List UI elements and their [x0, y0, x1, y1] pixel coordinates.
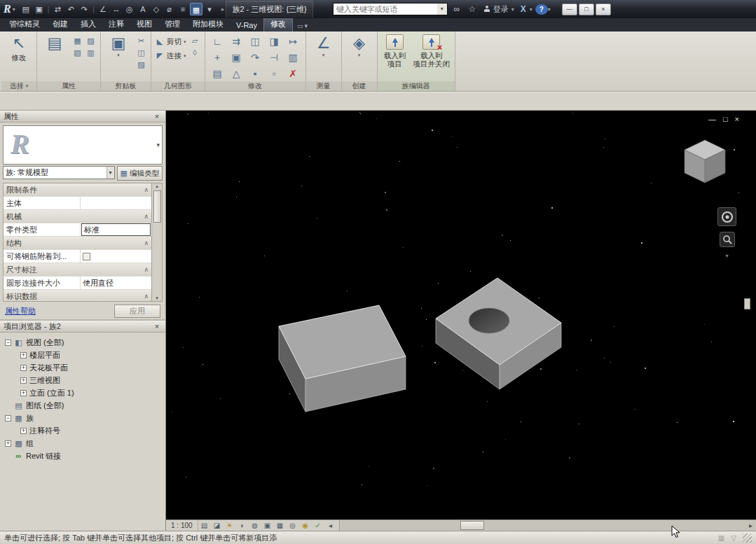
- 3d-scene[interactable]: [166, 111, 756, 519]
- minimize-button[interactable]: —: [562, 4, 577, 15]
- text-icon[interactable]: A: [137, 3, 149, 15]
- tab-vray[interactable]: V-Ray: [230, 20, 263, 32]
- expand-expander-icon[interactable]: +: [20, 428, 27, 434]
- view-restore-button[interactable]: □: [723, 115, 728, 123]
- collapse-icon[interactable]: ∧: [144, 293, 149, 300]
- render-dialog-icon[interactable]: ◍: [249, 520, 261, 531]
- cut-icon[interactable]: ✂: [135, 36, 147, 46]
- join-geometry-button[interactable]: ◤ 连接 ▾: [155, 50, 186, 62]
- aligned-dimension-icon[interactable]: ↔: [110, 3, 123, 15]
- panel-label-properties[interactable]: 属性: [37, 81, 100, 91]
- switch-windows-icon[interactable]: ▦: [190, 3, 202, 15]
- tree-item-groups[interactable]: + ▩ 组: [1, 437, 164, 449]
- type-preview[interactable]: R ▾: [3, 125, 163, 165]
- panel-label-clipboard[interactable]: 剪贴板: [101, 81, 151, 91]
- panel-label-geometry[interactable]: 几何图形: [151, 81, 205, 91]
- mirror-pick-axis-icon[interactable]: ◫: [247, 34, 264, 48]
- detail-level-icon[interactable]: ▤: [198, 520, 211, 531]
- worksets-icon[interactable]: ▥: [718, 534, 724, 542]
- document-tab-scroll-icon[interactable]: ▸: [221, 6, 225, 13]
- create-button[interactable]: ◈ ▾: [345, 34, 373, 59]
- help-icon[interactable]: ?: [535, 4, 548, 15]
- tree-item-annotation-symbols[interactable]: + 注释符号: [1, 424, 164, 437]
- undo-icon[interactable]: ↶: [64, 3, 77, 15]
- property-group-constraints[interactable]: 限制条件∧: [4, 183, 151, 197]
- type-selector-caret-icon[interactable]: ▾: [156, 141, 160, 148]
- panel-label-create[interactable]: 创建: [342, 81, 377, 91]
- tab-addins[interactable]: 附加模块: [186, 18, 230, 32]
- thin-lines-icon[interactable]: ≡: [177, 3, 189, 15]
- scroll-right-icon[interactable]: ▸: [745, 520, 756, 531]
- offset-icon[interactable]: ⇉: [228, 34, 245, 48]
- expand-expander-icon[interactable]: +: [20, 352, 27, 358]
- reveal-hidden-elements-icon[interactable]: ◉: [299, 520, 312, 531]
- project-browser-header[interactable]: 项目浏览器 - 族2 ×: [0, 321, 165, 333]
- properties-toggle-button[interactable]: ▤: [41, 34, 69, 53]
- properties-header[interactable]: 属性 ×: [0, 111, 165, 123]
- navbar-caret-icon[interactable]: ▾: [725, 253, 728, 259]
- tab-annotate[interactable]: 注释: [102, 18, 130, 32]
- collapse-expander-icon[interactable]: −: [5, 340, 11, 346]
- copy-icon[interactable]: ◫: [135, 48, 147, 58]
- scale-button[interactable]: 1 : 100: [166, 520, 198, 531]
- view-cube[interactable]: [685, 140, 725, 183]
- save-icon[interactable]: ▣: [33, 3, 46, 15]
- tree-item-ceiling-plans[interactable]: + 天花板平面: [1, 361, 164, 374]
- property-row-host[interactable]: 主体: [4, 197, 151, 210]
- panel-label-measure[interactable]: 测量: [306, 81, 341, 91]
- search-caret-icon[interactable]: ▾: [437, 4, 447, 15]
- maximize-button[interactable]: □: [579, 4, 594, 15]
- apply-button[interactable]: 应用: [114, 305, 160, 318]
- box-solid[interactable]: [279, 305, 406, 412]
- panel-label-family-editor[interactable]: 族编辑器: [378, 81, 455, 91]
- qat-customize-caret-icon[interactable]: ▾: [203, 3, 216, 15]
- visual-style-icon[interactable]: ◪: [211, 520, 224, 531]
- family-category-icon[interactable]: ▨: [85, 36, 97, 46]
- edit-type-button[interactable]: ▦ 编辑类型: [117, 166, 163, 181]
- collapse-icon[interactable]: ∧: [144, 239, 149, 246]
- horizontal-scrollbar-thumb[interactable]: [460, 521, 484, 530]
- panel-label-modify[interactable]: 修改: [205, 81, 305, 91]
- default-3d-view-icon[interactable]: ◇: [150, 3, 163, 15]
- favorites-star-icon[interactable]: ☆: [466, 4, 479, 14]
- exchange-caret-icon[interactable]: ▾: [530, 6, 532, 13]
- rebar-checkbox[interactable]: [83, 253, 90, 260]
- search-input[interactable]: [334, 4, 437, 15]
- view-minimize-button[interactable]: —: [708, 115, 716, 123]
- scale-icon[interactable]: △: [228, 67, 245, 81]
- measure-icon[interactable]: ∠: [97, 3, 109, 15]
- tab-manage[interactable]: 管理: [158, 18, 186, 32]
- property-row-part-type[interactable]: 零件类型标准: [4, 223, 151, 237]
- pin-icon[interactable]: ▪: [247, 67, 264, 81]
- resize-grip[interactable]: [743, 533, 752, 543]
- cope-icon[interactable]: ▱: [189, 36, 201, 46]
- exchange-apps-icon[interactable]: X: [517, 4, 530, 14]
- binoculars-search-icon[interactable]: ∞: [451, 4, 463, 14]
- collapse-icon[interactable]: ∧: [144, 213, 149, 220]
- cut-geometry-button[interactable]: ◣ 剪切 ▾: [155, 36, 186, 48]
- mirror-draw-axis-icon[interactable]: ◨: [266, 34, 283, 48]
- tree-item-3d-views[interactable]: + 三维视图: [1, 374, 164, 386]
- application-menu-button[interactable]: R ▾: [0, 0, 20, 18]
- rotate-icon[interactable]: ↷: [247, 50, 264, 64]
- tag-by-category-icon[interactable]: ◎: [123, 3, 136, 15]
- tab-modify[interactable]: 修改: [263, 17, 293, 32]
- expand-expander-icon[interactable]: +: [5, 440, 11, 447]
- tab-create[interactable]: 创建: [46, 18, 74, 32]
- property-group-mechanical[interactable]: 机械∧: [4, 210, 151, 223]
- help-caret-icon[interactable]: ▾: [548, 6, 551, 13]
- properties-scrollbar[interactable]: ▴ ▾: [151, 183, 162, 301]
- match-type-icon[interactable]: ▨: [135, 60, 147, 70]
- split-icon[interactable]: ▥: [284, 50, 302, 64]
- align-icon[interactable]: ∟: [209, 34, 226, 48]
- paste-button[interactable]: ▣ ▾: [104, 34, 132, 59]
- box-with-hole[interactable]: [436, 278, 561, 389]
- wall-joins-icon[interactable]: ◊: [189, 48, 201, 58]
- scroll-left-icon[interactable]: ◂: [324, 520, 337, 531]
- load-into-project-and-close-button[interactable]: × 载入到 项目并关闭: [412, 34, 452, 69]
- connector-icon[interactable]: ▥: [85, 48, 97, 58]
- collapse-expander-icon[interactable]: −: [5, 415, 11, 421]
- modify-button[interactable]: ↖ 修改: [5, 34, 33, 64]
- array-icon[interactable]: ▤: [209, 67, 226, 81]
- ribbon-display-toggle[interactable]: ▭ ▾: [297, 22, 308, 32]
